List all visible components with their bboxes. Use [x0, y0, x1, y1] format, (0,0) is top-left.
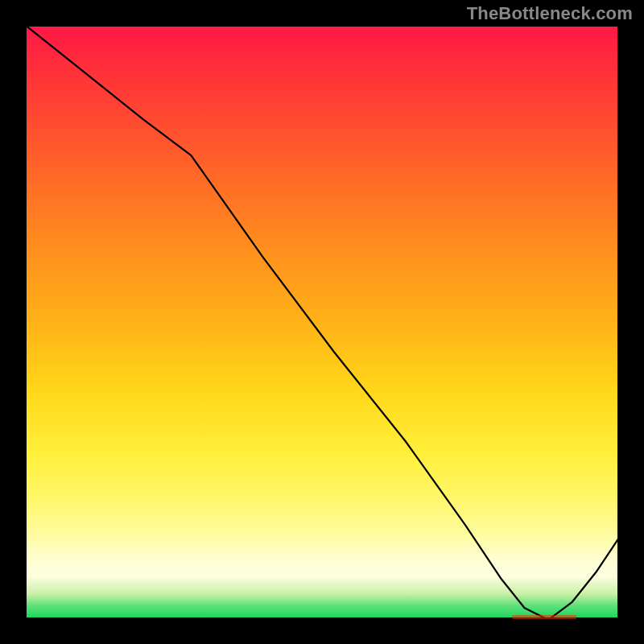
chart-root: TheBottleneck.com — [0, 0, 644, 644]
attribution-label: TheBottleneck.com — [467, 3, 633, 24]
plot-background — [24, 24, 620, 620]
